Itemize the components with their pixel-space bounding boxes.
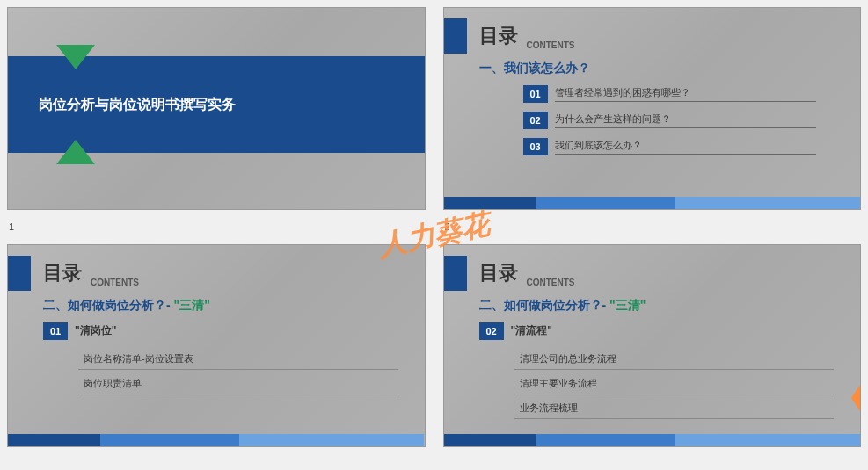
sub-item: 岗位名称清单-岗位设置表 xyxy=(78,349,398,370)
slide-2[interactable]: 目录 CONTENTS 一、我们该怎么办？ 01 管理者经常遇到的困惑有哪些？ … xyxy=(443,7,862,210)
footer-bar xyxy=(444,434,861,446)
list-item: 01 "清岗位" xyxy=(43,322,398,340)
list-item: 01 管理者经常遇到的困惑有哪些？ xyxy=(523,85,817,103)
item-number: 01 xyxy=(523,85,548,103)
header-tab-icon xyxy=(444,18,467,54)
triangle-up-icon xyxy=(56,140,95,164)
sub-list: 岗位名称清单-岗位设置表 岗位职责清单 xyxy=(78,349,398,394)
sub-text: 岗位职责清单 xyxy=(84,378,142,388)
contents-header: 目录 CONTENTS xyxy=(8,256,139,291)
item-number: 02 xyxy=(479,322,504,340)
sub-item: 清理公司的总业务流程 xyxy=(514,349,835,370)
item-title: "清流程" xyxy=(511,323,552,338)
header-tab-icon xyxy=(444,256,467,291)
list-item: 03 我们到底该怎么办？ xyxy=(523,138,817,155)
sub-text: 岗位名称清单-岗位设置表 xyxy=(84,353,193,364)
item-number: 01 xyxy=(43,322,68,340)
sub-text: 清理主要业务流程 xyxy=(520,378,597,388)
slide-4[interactable]: 目录 CONTENTS 二、如何做岗位分析？- "三清" 02 "清流程" 清理… xyxy=(443,244,862,447)
item-text: 我们到底该怎么办？ xyxy=(555,139,817,155)
item-number: 03 xyxy=(523,138,548,155)
contents-subheading: CONTENTS xyxy=(527,278,575,287)
slide-number: 2 xyxy=(445,221,450,232)
item-title: "清岗位" xyxy=(75,323,116,338)
contents-heading: 目录 xyxy=(479,23,518,49)
toc-list: 02 "清流程" 清理公司的总业务流程 清理主要业务流程 业务流程梳理 xyxy=(479,322,835,423)
slide-number: 1 xyxy=(9,221,14,232)
sub-item: 清理主要业务流程 xyxy=(514,373,835,394)
section-title: 二、如何做岗位分析？- "三清" xyxy=(43,298,210,314)
section-text-a: 二、如何做岗位分析？- xyxy=(43,298,174,312)
toc-list: 01 管理者经常遇到的困惑有哪些？ 02 为什么会产生这样的问题？ 03 我们到… xyxy=(523,85,817,164)
footer-bar xyxy=(444,197,861,209)
section-text-b: "三清" xyxy=(609,298,646,312)
sub-text: 清理公司的总业务流程 xyxy=(520,353,616,364)
list-item: 02 为什么会产生这样的问题？ xyxy=(523,112,817,129)
item-text: 为什么会产生这样的问题？ xyxy=(555,112,817,128)
toc-list: 01 "清岗位" 岗位名称清单-岗位设置表 岗位职责清单 xyxy=(43,322,398,398)
slide-3[interactable]: 目录 CONTENTS 二、如何做岗位分析？- "三清" 01 "清岗位" 岗位… xyxy=(7,244,426,447)
presentation-title: 岗位分析与岗位说明书撰写实务 xyxy=(39,95,236,114)
contents-heading: 目录 xyxy=(479,260,518,286)
contents-header: 目录 CONTENTS xyxy=(444,256,575,291)
contents-subheading: CONTENTS xyxy=(527,40,575,50)
corner-marker-icon xyxy=(851,385,860,411)
contents-subheading: CONTENTS xyxy=(91,278,139,287)
sub-list: 清理公司的总业务流程 清理主要业务流程 业务流程梳理 xyxy=(514,349,835,419)
contents-heading: 目录 xyxy=(43,260,82,286)
sub-item: 业务流程梳理 xyxy=(514,398,835,419)
header-tab-icon xyxy=(8,256,31,291)
item-number: 02 xyxy=(523,112,548,129)
list-item: 02 "清流程" xyxy=(479,322,835,340)
footer-bar xyxy=(8,434,425,446)
item-text: 管理者经常遇到的困惑有哪些？ xyxy=(555,86,817,102)
sub-text: 业务流程梳理 xyxy=(520,402,578,413)
title-band: 岗位分析与岗位说明书撰写实务 xyxy=(8,56,425,153)
section-text-a: 二、如何做岗位分析？- xyxy=(479,298,610,312)
section-text-b: "三清" xyxy=(174,298,210,312)
section-title: 一、我们该怎么办？ xyxy=(479,61,590,76)
slide-1[interactable]: 岗位分析与岗位说明书撰写实务 xyxy=(7,7,426,210)
triangle-down-icon xyxy=(56,45,95,69)
section-title: 二、如何做岗位分析？- "三清" xyxy=(479,298,646,314)
sub-item: 岗位职责清单 xyxy=(78,373,398,394)
contents-header: 目录 CONTENTS xyxy=(444,18,575,54)
